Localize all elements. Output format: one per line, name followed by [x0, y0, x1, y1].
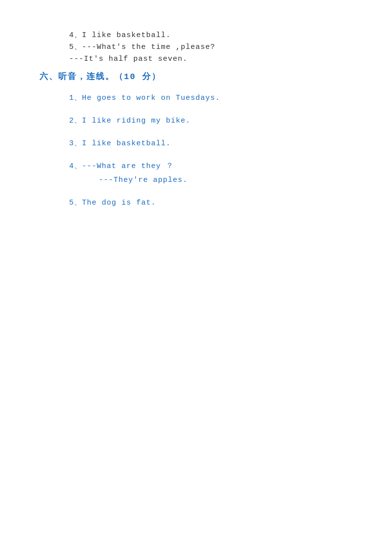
exercise-4-line1: 4、---What are they ？ — [69, 162, 174, 171]
intro-line-3: ---It's half past seven. — [69, 53, 362, 65]
exercise-item-1: 1、He goes to work on Tuesdays. — [69, 92, 362, 104]
section-header: 六、听音，连线。（10 分） — [39, 70, 362, 84]
intro-section: 4、I like basketball. 5、---What's the tim… — [39, 30, 362, 65]
intro-line-1: 4、I like basketball. — [69, 30, 362, 42]
exercise-4-line2: ---They're apples. — [99, 174, 362, 186]
exercise-item-3: 3、I like basketball. — [69, 138, 362, 150]
exercise-item-4: 4、---What are they ？ ---They're apples. — [69, 161, 362, 186]
intro-line-2: 5、---What's the time ,please? — [69, 42, 362, 53]
exercise-item-2: 2、I like riding my bike. — [69, 115, 362, 127]
exercise-list: 1、He goes to work on Tuesdays. 2、I like … — [69, 92, 362, 209]
exercise-1-text: 1、He goes to work on Tuesdays. — [69, 94, 220, 102]
exercise-item-5: 5、The dog is fat. — [69, 197, 362, 209]
exercise-5-text: 5、The dog is fat. — [69, 199, 156, 207]
exercise-3-text: 3、I like basketball. — [69, 139, 171, 148]
exercise-2-text: 2、I like riding my bike. — [69, 117, 191, 125]
